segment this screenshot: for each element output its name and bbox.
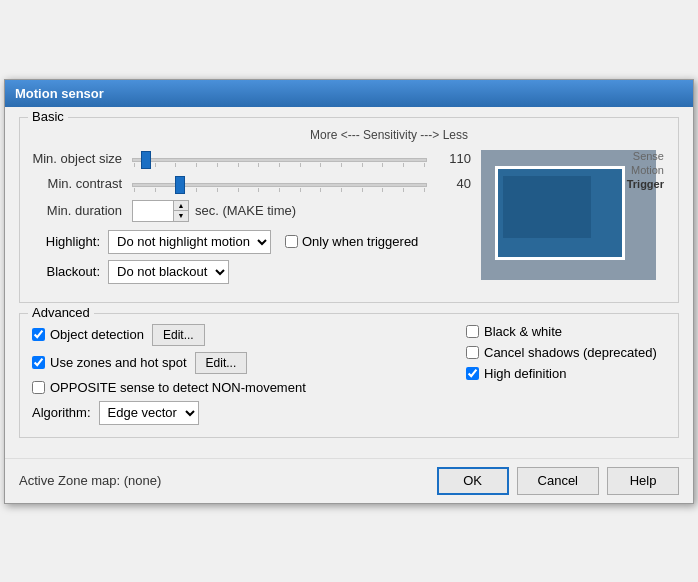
highlight-select[interactable]: Do not highlight motion Highlight motion bbox=[108, 230, 271, 254]
high-definition-row: High definition bbox=[466, 366, 666, 381]
side-label-motion[interactable]: Motion bbox=[631, 164, 664, 176]
cancel-shadows-checkbox[interactable] bbox=[466, 346, 479, 359]
min-contrast-row: Min. contrast 40 bbox=[32, 175, 471, 192]
help-button[interactable]: Help bbox=[607, 467, 679, 495]
black-white-row: Black & white bbox=[466, 324, 666, 339]
algorithm-row: Algorithm: Edge vector Standard Advanced bbox=[32, 401, 456, 425]
cancel-shadows-row: Cancel shadows (deprecated) bbox=[466, 345, 666, 360]
side-labels: Sense Motion Trigger bbox=[627, 150, 664, 190]
active-zone-label: Active Zone map: (none) bbox=[19, 473, 437, 488]
highlight-label: Highlight: bbox=[32, 234, 100, 249]
object-detection-edit-button[interactable]: Edit... bbox=[152, 324, 205, 346]
only-triggered-checkbox[interactable] bbox=[285, 235, 298, 248]
use-zones-checkbox[interactable] bbox=[32, 356, 45, 369]
high-definition-checkbox[interactable] bbox=[466, 367, 479, 380]
advanced-section-title: Advanced bbox=[28, 305, 94, 320]
min-contrast-thumb[interactable] bbox=[175, 176, 185, 194]
min-object-size-thumb[interactable] bbox=[141, 151, 151, 169]
algorithm-select[interactable]: Edge vector Standard Advanced bbox=[99, 401, 199, 425]
black-white-label: Black & white bbox=[484, 324, 562, 339]
black-white-checkbox[interactable] bbox=[466, 325, 479, 338]
dialog-title: Motion sensor bbox=[15, 86, 104, 101]
footer: Active Zone map: (none) OK Cancel Help bbox=[5, 458, 693, 503]
min-duration-label: Min. duration bbox=[32, 203, 122, 218]
duration-input[interactable]: 1.0 bbox=[133, 201, 173, 221]
min-object-size-value: 110 bbox=[435, 151, 471, 166]
use-zones-row: Use zones and hot spot Edit... bbox=[32, 352, 456, 374]
ok-button[interactable]: OK bbox=[437, 467, 509, 495]
spin-buttons: ▲ ▼ bbox=[173, 201, 188, 221]
min-contrast-label: Min. contrast bbox=[32, 176, 122, 191]
side-label-sense[interactable]: Sense bbox=[633, 150, 664, 162]
cancel-button[interactable]: Cancel bbox=[517, 467, 599, 495]
opposite-sense-row: OPPOSITE sense to detect NON-movement bbox=[32, 380, 456, 395]
only-triggered-row: Only when triggered bbox=[285, 234, 418, 249]
motion-sensor-dialog: Motion sensor Basic More <--- Sensitivit… bbox=[4, 79, 694, 504]
side-label-trigger[interactable]: Trigger bbox=[627, 178, 664, 190]
duration-input-wrap: 1.0 ▲ ▼ bbox=[132, 200, 189, 222]
blackout-label: Blackout: bbox=[32, 264, 100, 279]
min-object-size-label: Min. object size bbox=[32, 151, 122, 166]
active-zone-value: (none) bbox=[124, 473, 162, 488]
spin-down-button[interactable]: ▼ bbox=[174, 211, 188, 221]
min-duration-row: Min. duration 1.0 ▲ ▼ sec. (MAKE time) bbox=[32, 200, 471, 222]
spin-up-button[interactable]: ▲ bbox=[174, 201, 188, 211]
duration-suffix: sec. (MAKE time) bbox=[195, 203, 296, 218]
cancel-shadows-label: Cancel shadows (deprecated) bbox=[484, 345, 657, 360]
title-bar: Motion sensor bbox=[5, 80, 693, 107]
min-contrast-value: 40 bbox=[435, 176, 471, 191]
use-zones-edit-button[interactable]: Edit... bbox=[195, 352, 248, 374]
basic-section-title: Basic bbox=[28, 109, 68, 124]
use-zones-label: Use zones and hot spot bbox=[50, 355, 187, 370]
footer-buttons: OK Cancel Help bbox=[437, 467, 679, 495]
only-triggered-label: Only when triggered bbox=[302, 234, 418, 249]
basic-section: Basic More <--- Sensitivity ---> Less Mi… bbox=[19, 117, 679, 303]
opposite-sense-checkbox[interactable] bbox=[32, 381, 45, 394]
object-detection-label: Object detection bbox=[50, 327, 144, 342]
active-zone-prefix: Active Zone map: bbox=[19, 473, 124, 488]
opposite-sense-label: OPPOSITE sense to detect NON-movement bbox=[50, 380, 306, 395]
high-definition-label: High definition bbox=[484, 366, 566, 381]
object-detection-checkbox[interactable] bbox=[32, 328, 45, 341]
highlight-row: Highlight: Do not highlight motion Highl… bbox=[32, 230, 471, 254]
algorithm-label: Algorithm: bbox=[32, 405, 91, 420]
advanced-section: Advanced Object detection Edit... Use zo… bbox=[19, 313, 679, 438]
sensitivity-label: More <--- Sensitivity ---> Less bbox=[310, 128, 468, 142]
min-object-size-row: Min. object size bbox=[32, 150, 471, 167]
object-detection-row: Object detection Edit... bbox=[32, 324, 456, 346]
blackout-row: Blackout: Do not blackout Blackout bbox=[32, 260, 471, 284]
blackout-select[interactable]: Do not blackout Blackout bbox=[108, 260, 229, 284]
